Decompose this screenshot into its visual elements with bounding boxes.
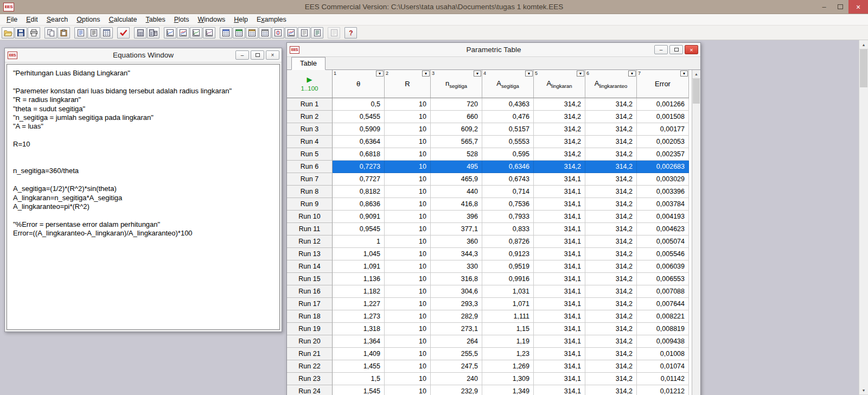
restore-button[interactable] <box>251 50 264 60</box>
table-cell[interactable]: 232,9 <box>431 385 482 395</box>
run-header-cell[interactable]: Run 12 <box>287 235 333 248</box>
menu-edit[interactable]: Edit <box>22 15 42 24</box>
table-cell[interactable]: 240 <box>431 373 482 385</box>
save-icon[interactable] <box>15 27 27 39</box>
scroll-up-icon[interactable]: ▲ <box>692 70 700 79</box>
table-cell[interactable]: 0,005074 <box>637 235 689 248</box>
help-icon[interactable]: ? <box>344 27 357 39</box>
table-cell[interactable]: 0,007088 <box>637 285 689 298</box>
table-cell[interactable]: 0,007644 <box>637 298 689 310</box>
table-cell[interactable]: 0,5553 <box>482 136 534 148</box>
table-cell[interactable]: 0,9545 <box>333 223 385 235</box>
menu-file[interactable]: File <box>2 15 22 24</box>
run-header-cell[interactable]: Run 10 <box>287 211 333 223</box>
table-cell[interactable]: 314,1 <box>534 235 585 248</box>
column-header-2[interactable]: 2▼R <box>385 70 431 98</box>
table-cell[interactable]: 0,8636 <box>333 198 385 211</box>
table-cell[interactable]: 10 <box>385 173 431 186</box>
diagram-window-icon[interactable] <box>272 27 284 39</box>
table-cell[interactable]: 10 <box>385 385 431 395</box>
table-cell[interactable]: 264 <box>431 335 482 348</box>
paste-icon[interactable] <box>58 27 70 39</box>
table-cell[interactable]: 0,714 <box>482 186 534 198</box>
table-cell[interactable]: 1,455 <box>333 360 385 373</box>
table-cell[interactable]: 314,1 <box>534 373 585 385</box>
table-cell[interactable]: 1,273 <box>333 310 385 323</box>
column-menu-button[interactable]: ▼ <box>422 71 430 77</box>
table-cell[interactable]: 10 <box>385 123 431 136</box>
column-menu-button[interactable]: ▼ <box>577 71 584 77</box>
menu-options[interactable]: Options <box>72 15 104 24</box>
run-header-cell[interactable]: Run 16 <box>287 285 333 298</box>
parametric-table-icon[interactable] <box>220 27 232 39</box>
table-cell[interactable]: 0,01008 <box>637 348 689 360</box>
table-cell[interactable]: 255,5 <box>431 348 482 360</box>
table-cell[interactable]: 1,269 <box>482 360 534 373</box>
table-cell[interactable]: 10 <box>385 348 431 360</box>
table-cell[interactable]: 0,6818 <box>333 148 385 161</box>
table-cell[interactable]: 0,6364 <box>333 136 385 148</box>
table-cell[interactable]: 314,2 <box>585 211 637 223</box>
table-cell[interactable]: 314,2 <box>585 223 637 235</box>
table-cell[interactable]: 10 <box>385 298 431 310</box>
table-cell[interactable]: 314,2 <box>585 173 637 186</box>
run-header-cell[interactable]: Run 3 <box>287 123 333 136</box>
table-cell[interactable]: 720 <box>431 98 482 111</box>
close-button[interactable]: × <box>848 0 868 14</box>
table-cell[interactable]: 495 <box>431 161 482 173</box>
table-cell[interactable]: 314,2 <box>585 98 637 111</box>
table-cell[interactable]: 314,2 <box>534 98 585 111</box>
table-cell[interactable]: 0,9091 <box>333 211 385 223</box>
scroll-down-icon[interactable]: ▼ <box>859 386 868 395</box>
table-cell[interactable]: 0,002683 <box>637 161 689 173</box>
overlay-plot-icon[interactable] <box>177 27 189 39</box>
table-cell[interactable]: 10 <box>385 186 431 198</box>
table-cell[interactable]: 0,003396 <box>637 186 689 198</box>
table-cell[interactable]: 1,545 <box>333 385 385 395</box>
table-cell[interactable]: 0,002357 <box>637 148 689 161</box>
table-cell[interactable]: 314,1 <box>534 310 585 323</box>
table-cell[interactable]: 10 <box>385 260 431 273</box>
equations-editor[interactable]: "Perhitungan Luas Bidang Lingkaran" "Par… <box>7 64 280 330</box>
table-cell[interactable]: 416,8 <box>431 198 482 211</box>
table-cell[interactable]: 314,2 <box>585 310 637 323</box>
table-cell[interactable]: 0,01142 <box>637 373 689 385</box>
table-cell[interactable]: 0,4363 <box>482 98 534 111</box>
run-header-cell[interactable]: Run 11 <box>287 223 333 235</box>
table-cell[interactable]: 314,1 <box>534 223 585 235</box>
menu-search[interactable]: Search <box>42 15 73 24</box>
table-cell[interactable]: 10 <box>385 111 431 123</box>
restore-button[interactable] <box>669 45 683 54</box>
table-cell[interactable]: 314,2 <box>585 136 637 148</box>
run-header-cell[interactable]: Run 5 <box>287 148 333 161</box>
table-cell[interactable]: 0,006039 <box>637 260 689 273</box>
table-cell[interactable]: 0,9916 <box>482 273 534 285</box>
run-header-cell[interactable]: Run 4 <box>287 136 333 148</box>
table-cell[interactable]: 0,595 <box>482 148 534 161</box>
minimize-button[interactable]: – <box>654 45 668 54</box>
run-header-cell[interactable]: Run 19 <box>287 323 333 335</box>
menu-help[interactable]: Help <box>229 15 252 24</box>
table-cell[interactable]: 314,2 <box>585 348 637 360</box>
close-button[interactable]: × <box>685 45 698 54</box>
scrollbar-thumb[interactable] <box>693 79 700 104</box>
table-cell[interactable]: 314,2 <box>534 136 585 148</box>
table-cell[interactable]: 314,1 <box>534 186 585 198</box>
table-cell[interactable]: 10 <box>385 223 431 235</box>
run-header-cell[interactable]: Run 24 <box>287 385 333 395</box>
run-play-icon[interactable]: ▶ <box>307 76 312 84</box>
table-cell[interactable]: 247,5 <box>431 360 482 373</box>
table-cell[interactable]: 10 <box>385 136 431 148</box>
column-menu-button[interactable]: ▼ <box>628 71 636 77</box>
table-cell[interactable]: 0,001266 <box>637 98 689 111</box>
table-cell[interactable]: 314,2 <box>585 235 637 248</box>
column-header-3[interactable]: 3▼nsegitiga <box>431 70 482 98</box>
table-cell[interactable]: 0,01212 <box>637 385 689 395</box>
table-cell[interactable]: 1,23 <box>482 348 534 360</box>
table-cell[interactable]: 0,006553 <box>637 273 689 285</box>
table-cell[interactable]: 314,1 <box>534 348 585 360</box>
table-cell[interactable]: 10 <box>385 161 431 173</box>
table-cell[interactable]: 0,008221 <box>637 310 689 323</box>
table-cell[interactable]: 10 <box>385 373 431 385</box>
plot-window-icon[interactable] <box>285 27 297 39</box>
